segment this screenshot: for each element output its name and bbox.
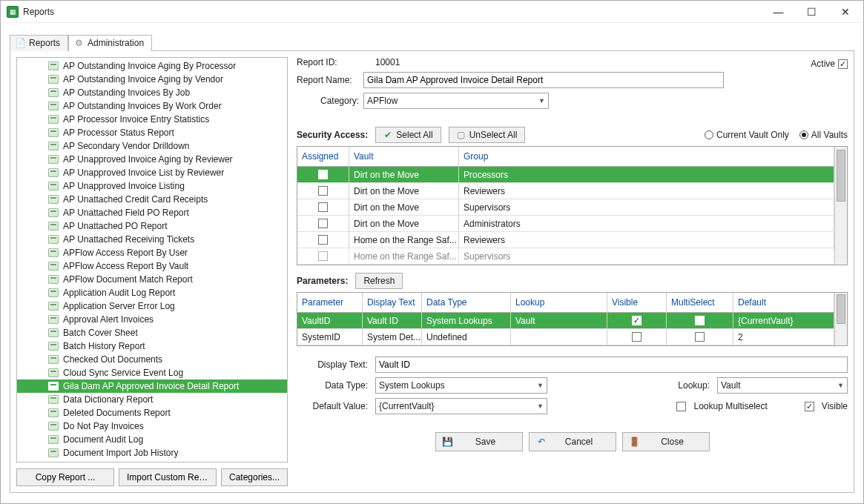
- assigned-checkbox[interactable]: [318, 202, 328, 212]
- visible-checkbox[interactable]: [805, 402, 814, 411]
- radio-all-vaults[interactable]: All Vaults: [799, 130, 848, 140]
- select-all-button[interactable]: ✔ Select All: [375, 127, 441, 143]
- tree-item[interactable]: AP Unapproved Invoice Listing: [17, 179, 287, 193]
- tree-item[interactable]: AP Unattached Credit Card Receipts: [17, 193, 287, 206]
- tree-item[interactable]: AP Unattached PO Report: [17, 219, 287, 233]
- tree-item[interactable]: AP Unapproved Invoice List by Reviewer: [17, 166, 287, 179]
- col-parameter[interactable]: Parameter: [297, 293, 363, 313]
- multiselect-cell-checkbox[interactable]: [695, 316, 705, 325]
- tab-reports[interactable]: 📄 Reports: [10, 35, 68, 51]
- tree-item[interactable]: Deleted Documents Report: [17, 406, 287, 420]
- tree-item[interactable]: Approval Alert Invoices: [17, 313, 287, 326]
- col-vault[interactable]: Vault: [349, 147, 459, 167]
- report-name-input[interactable]: [363, 72, 724, 88]
- tree-item[interactable]: Document Audit Log: [17, 433, 287, 446]
- minimize-button[interactable]: —: [762, 1, 795, 22]
- tab-administration[interactable]: ⚙ Administration: [68, 35, 152, 51]
- category-combo[interactable]: APFlow ▼: [363, 93, 549, 109]
- report-file-icon: [48, 195, 59, 204]
- save-button[interactable]: 💾 Save: [435, 432, 523, 451]
- parameter-row[interactable]: SystemIDSystem Det...Undefined2: [297, 329, 834, 345]
- tree-item[interactable]: AP Outstanding Invoices By Job: [17, 86, 287, 99]
- tree-item[interactable]: Do Not Pay Invoices: [17, 420, 287, 433]
- visible-cell-checkbox[interactable]: [632, 332, 642, 342]
- col-visible[interactable]: Visible: [607, 293, 667, 313]
- data-type-combo[interactable]: System Lookups ▼: [375, 377, 547, 394]
- security-row[interactable]: Home on the Range Saf...Supervisors: [297, 248, 834, 265]
- tree-item[interactable]: AP Outstanding Invoices By Work Order: [17, 99, 287, 113]
- tree-item[interactable]: AP Outstanding Invoice Aging by Vendor: [17, 73, 287, 86]
- door-icon: 🚪: [629, 436, 641, 448]
- tree-item[interactable]: AP Processor Status Report: [17, 126, 287, 139]
- close-window-button[interactable]: ✕: [828, 1, 862, 22]
- tree-item[interactable]: AP Unattached Field PO Report: [17, 206, 287, 219]
- tree-item[interactable]: Batch History Report: [17, 339, 287, 353]
- security-row[interactable]: Home on the Range Saf...Reviewers: [297, 232, 834, 248]
- vault-cell: Dirt on the Move: [349, 199, 459, 216]
- tree-item[interactable]: APFlow Document Match Report: [17, 273, 287, 286]
- col-default[interactable]: Default: [733, 293, 834, 313]
- tree-item[interactable]: AP Unapproved Invoice Aging by Reviewer: [17, 153, 287, 166]
- visible-cell-checkbox[interactable]: [632, 316, 642, 325]
- display-text-label: Display Text:: [297, 359, 368, 370]
- tree-item[interactable]: AP Outstanding Invoice Aging By Processo…: [17, 59, 287, 73]
- tree-item-label: Gila Dam AP Approved Invoice Detail Repo…: [63, 381, 239, 391]
- refresh-parameters-button[interactable]: Refresh: [355, 273, 403, 289]
- categories-button[interactable]: Categories...: [221, 468, 288, 486]
- tree-item[interactable]: Document Import Job History: [17, 446, 287, 460]
- assigned-checkbox[interactable]: [318, 219, 328, 228]
- unselect-all-button[interactable]: ▢ UnSelect All: [449, 127, 526, 143]
- col-multiselect[interactable]: MultiSelect: [667, 293, 733, 313]
- security-row[interactable]: Dirt on the MoveProcessors: [297, 167, 834, 183]
- report-tree[interactable]: AP Outstanding Invoice Aging By Processo…: [16, 57, 288, 462]
- report-file-icon: [48, 342, 59, 351]
- tree-item[interactable]: Cloud Sync Service Event Log: [17, 366, 287, 379]
- cancel-icon: ↶: [535, 436, 547, 448]
- col-group[interactable]: Group: [459, 147, 834, 167]
- multiselect-cell-checkbox[interactable]: [695, 332, 705, 342]
- maximize-button[interactable]: ☐: [795, 1, 828, 22]
- security-grid-scrollbar[interactable]: [834, 147, 847, 265]
- col-lookup[interactable]: Lookup: [511, 293, 607, 313]
- display-text-input[interactable]: [375, 357, 848, 373]
- tree-item[interactable]: Batch Cover Sheet: [17, 326, 287, 339]
- tree-item[interactable]: AP Secondary Vendor Drilldown: [17, 139, 287, 153]
- col-assigned[interactable]: Assigned: [297, 147, 349, 167]
- assigned-checkbox[interactable]: [318, 235, 328, 245]
- tree-item[interactable]: Data Dictionary Report: [17, 393, 287, 406]
- col-data-type[interactable]: Data Type: [422, 293, 511, 313]
- tree-item[interactable]: Gila Dam AP Approved Invoice Detail Repo…: [17, 379, 287, 393]
- report-file-icon: [48, 275, 59, 284]
- lookup-combo[interactable]: Vault ▼: [717, 377, 848, 394]
- radio-current-vault-only[interactable]: Current Vault Only: [705, 130, 789, 140]
- col-display-text[interactable]: Display Text: [363, 293, 422, 313]
- tree-item[interactable]: APFlow Access Report By User: [17, 246, 287, 259]
- parameters-grid[interactable]: Parameter Display Text Data Type Lookup …: [297, 292, 848, 346]
- assigned-checkbox[interactable]: [318, 251, 328, 261]
- assigned-checkbox[interactable]: [318, 186, 328, 196]
- tree-item[interactable]: AP Unattached Receiving Tickets: [17, 233, 287, 246]
- tree-item[interactable]: Application Audit Log Report: [17, 286, 287, 299]
- cancel-button[interactable]: ↶ Cancel: [529, 432, 616, 451]
- vault-cell: Home on the Range Saf...: [349, 232, 459, 248]
- security-row[interactable]: Dirt on the MoveAdministrators: [297, 216, 834, 232]
- copy-report-button[interactable]: Copy Report ...: [16, 468, 114, 486]
- report-file-icon: [48, 88, 59, 97]
- tree-item[interactable]: Checked Out Documents: [17, 353, 287, 366]
- lookup-multiselect-checkbox[interactable]: [676, 402, 686, 411]
- tree-item[interactable]: AP Processor Invoice Entry Statistics: [17, 113, 287, 126]
- report-file-icon: [48, 115, 59, 124]
- assigned-checkbox[interactable]: [318, 170, 328, 179]
- close-button[interactable]: 🚪 Close: [622, 432, 710, 451]
- security-row[interactable]: Dirt on the MoveSupervisors: [297, 199, 834, 216]
- security-row[interactable]: Dirt on the MoveReviewers: [297, 183, 834, 199]
- parameter-row[interactable]: VaultIDVault IDSystem LookupsVault{Curre…: [297, 313, 834, 329]
- tree-item[interactable]: APFlow Access Report By Vault: [17, 259, 287, 273]
- app-icon: ▦: [7, 6, 19, 18]
- default-value-combo[interactable]: {CurrentVault} ▼: [375, 398, 547, 414]
- parameters-grid-scrollbar[interactable]: [834, 293, 847, 345]
- security-access-grid[interactable]: Assigned Vault Group Dirt on the MovePro…: [297, 146, 848, 265]
- import-custom-report-button[interactable]: Import Custom Report...: [119, 468, 217, 486]
- active-checkbox[interactable]: [838, 59, 848, 69]
- tree-item[interactable]: Application Server Error Log: [17, 299, 287, 313]
